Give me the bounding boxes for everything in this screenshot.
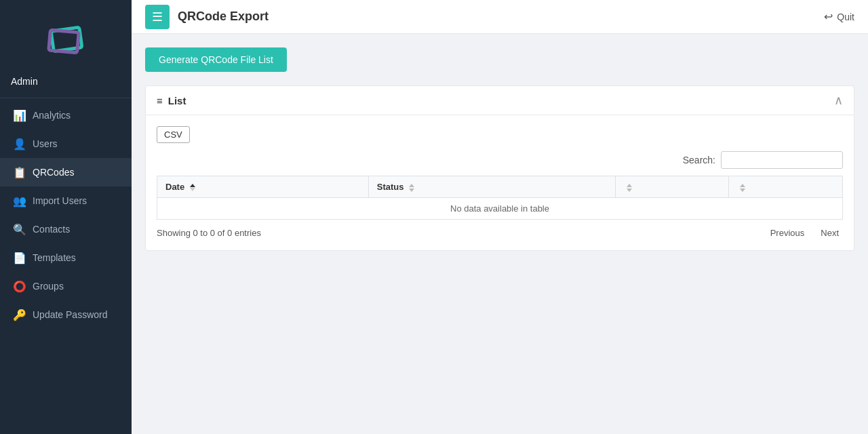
showing-entries-text: Showing 0 to 0 of 0 entries: [157, 228, 261, 238]
collapse-button[interactable]: ∧: [834, 94, 843, 106]
sidebar-item-users-label: Users: [33, 138, 58, 149]
sidebar-item-templates[interactable]: 📄 Templates: [0, 243, 132, 272]
sidebar-item-users[interactable]: 👤 Users: [0, 130, 132, 158]
sidebar-item-contacts[interactable]: 🔍 Contacts: [0, 215, 132, 243]
csv-button[interactable]: CSV: [157, 126, 190, 143]
list-panel: ≡ List ∧ CSV Search: Date: [145, 85, 854, 251]
admin-label: Admin: [0, 73, 132, 98]
sidebar-item-qrcodes[interactable]: 📋 QRCodes: [0, 158, 132, 186]
sort-col3-button[interactable]: [627, 184, 632, 192]
next-button[interactable]: Next: [816, 226, 843, 239]
sidebar-item-qrcodes-label: QRCodes: [33, 167, 74, 178]
contacts-icon: 🔍: [14, 223, 26, 235]
templates-icon: 📄: [14, 252, 26, 264]
sidebar: Admin 📊 Analytics 👤 Users 📋 QRCodes 👥 Im…: [0, 0, 132, 434]
sort-down-icon: [627, 189, 632, 192]
sort-up-icon: [409, 184, 414, 187]
page-title: QRCode Export: [178, 9, 816, 24]
main-content: ☰ QRCode Export ↩ Quit Generate QRCode F…: [132, 0, 868, 434]
sidebar-nav: 📊 Analytics 👤 Users 📋 QRCodes 👥 Import U…: [0, 98, 132, 329]
sidebar-item-import-users[interactable]: 👥 Import Users: [0, 186, 132, 215]
sidebar-item-templates-label: Templates: [33, 252, 76, 263]
data-table: Date Status: [157, 176, 843, 220]
groups-icon: ⭕: [14, 280, 26, 292]
sort-down-icon: [740, 189, 745, 192]
sort-col4-button[interactable]: [740, 184, 745, 192]
sort-up-icon: [190, 184, 195, 187]
search-input[interactable]: [721, 151, 843, 169]
empty-message: No data available in table: [157, 198, 843, 220]
sort-status-button[interactable]: [409, 184, 414, 192]
search-row: Search:: [157, 151, 843, 169]
column-status-label: Status: [377, 182, 404, 192]
hamburger-icon: ☰: [152, 9, 163, 24]
table-footer: Showing 0 to 0 of 0 entries Previous Nex…: [157, 226, 843, 239]
list-icon: ≡: [157, 95, 163, 106]
list-header-label: List: [168, 95, 186, 106]
table-header-row: Date Status: [157, 176, 843, 198]
analytics-icon: 📊: [14, 109, 26, 121]
sort-down-icon: [190, 188, 195, 191]
sort-up-icon: [627, 184, 632, 187]
column-date-label: Date: [165, 182, 184, 192]
column-col3: [615, 176, 729, 198]
search-label: Search:: [683, 155, 715, 165]
menu-toggle-button[interactable]: ☰: [145, 5, 170, 29]
sidebar-item-update-password[interactable]: 🔑 Update Password: [0, 300, 132, 329]
topbar: ☰ QRCode Export ↩ Quit: [132, 0, 868, 34]
list-body: CSV Search: Date: [146, 115, 854, 250]
sort-date-button[interactable]: [190, 184, 195, 191]
pagination-controls: Previous Next: [766, 226, 843, 239]
list-panel-header: ≡ List ∧: [146, 86, 854, 115]
quit-icon: ↩: [824, 10, 833, 23]
sort-up-icon: [740, 184, 745, 187]
column-status: Status: [368, 176, 615, 198]
sort-down-icon: [409, 189, 414, 192]
users-icon: 👤: [14, 138, 26, 150]
sidebar-item-analytics-label: Analytics: [33, 110, 71, 121]
previous-button[interactable]: Previous: [766, 226, 809, 239]
qrcodes-icon: 📋: [14, 166, 26, 178]
quit-button[interactable]: ↩ Quit: [824, 10, 854, 23]
csv-row: CSV: [157, 126, 843, 151]
empty-row: No data available in table: [157, 198, 843, 220]
column-date: Date: [157, 176, 369, 198]
sidebar-item-groups[interactable]: ⭕ Groups: [0, 272, 132, 300]
sidebar-item-import-users-label: Import Users: [33, 195, 87, 206]
logo-icon: [39, 12, 93, 66]
sidebar-item-groups-label: Groups: [33, 281, 64, 292]
column-col4: [729, 176, 843, 198]
quit-label: Quit: [837, 12, 854, 22]
content-area: Generate QRCode File List ≡ List ∧ CSV S…: [132, 34, 868, 434]
logo-container: [0, 0, 132, 73]
import-users-icon: 👥: [14, 195, 26, 207]
sidebar-item-update-password-label: Update Password: [33, 309, 108, 320]
list-header-left: ≡ List: [157, 95, 186, 106]
update-password-icon: 🔑: [14, 309, 26, 321]
sidebar-item-contacts-label: Contacts: [33, 224, 70, 235]
generate-qrcode-button[interactable]: Generate QRCode File List: [145, 47, 287, 72]
sidebar-item-analytics[interactable]: 📊 Analytics: [0, 101, 132, 130]
